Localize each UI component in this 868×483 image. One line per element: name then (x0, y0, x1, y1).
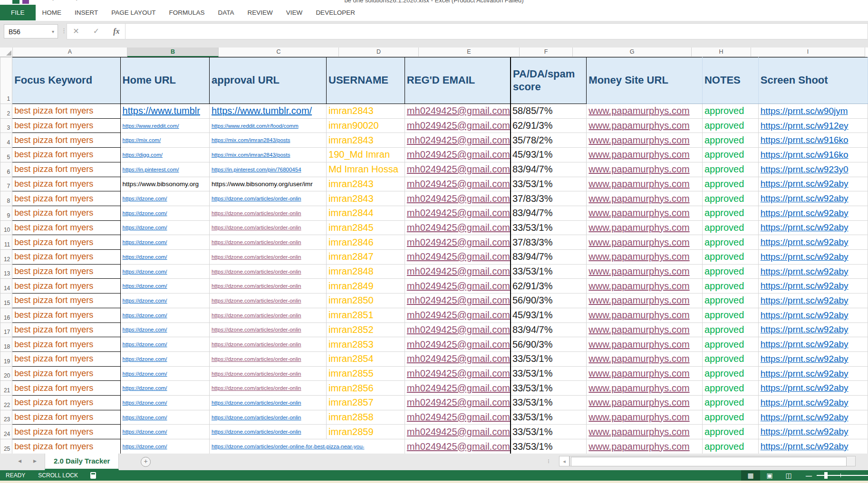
column-header-H[interactable]: H (692, 47, 751, 57)
money-site-link[interactable]: www.papamurphys.com (588, 179, 689, 189)
home-url-link[interactable]: https://dzone.com/ (123, 239, 167, 245)
cell-I9[interactable]: https://prnt.sc/w92aby (758, 206, 868, 220)
email-link[interactable]: mh0249425@gmail.com (407, 412, 510, 422)
home-url-link[interactable]: https://dzone.com/ (123, 341, 167, 347)
money-site-link[interactable]: www.papamurphys.com (588, 105, 689, 116)
email-link[interactable]: mh0249425@gmail.com (407, 441, 510, 452)
cell-H19[interactable]: approved (702, 351, 758, 366)
home-url-link[interactable]: https://www.bibsonomy.org (123, 180, 199, 188)
cell-A17[interactable]: best pizza fort myers (12, 322, 120, 337)
cell-A8[interactable]: best pizza fort myers (12, 191, 120, 206)
cell-D10[interactable]: imran2845 (327, 220, 405, 235)
money-site-link[interactable]: www.papamurphys.com (588, 120, 689, 131)
email-link[interactable]: mh0249425@gmail.com (407, 179, 510, 189)
money-site-link[interactable]: www.papamurphys.com (588, 441, 689, 452)
screenshot-link[interactable]: https://prnt.sc/w92aby (761, 426, 849, 436)
cell-E2[interactable]: mh0249425@gmail.com (405, 104, 511, 119)
header-reg-d-email[interactable]: REG'D EMAIL (405, 57, 511, 104)
screenshot-link[interactable]: https://prnt.sc/w92aby (761, 222, 849, 232)
cell-I20[interactable]: https://prnt.sc/w92aby (758, 366, 868, 381)
home-url-link[interactable]: https://dzone.com/ (123, 429, 167, 435)
money-site-link[interactable]: www.papamurphys.com (588, 237, 689, 247)
cell-F15[interactable]: 56/90/3% (511, 294, 587, 308)
cell-F10[interactable]: 33/53/1% (511, 220, 587, 235)
cell-H7[interactable]: approved (702, 177, 758, 191)
cell-D21[interactable]: imran2856 (327, 381, 405, 396)
money-site-link[interactable]: www.papamurphys.com (588, 412, 689, 422)
cell-I25[interactable]: https://prnt.sc/w92aby (758, 439, 868, 454)
home-url-link[interactable]: https://in.pinterest.com/ (123, 167, 179, 172)
cell-I13[interactable]: https://prnt.sc/w92aby (758, 264, 868, 279)
cell-A16[interactable]: best pizza fort myers (12, 308, 120, 322)
row-header-23[interactable]: 23 (0, 410, 12, 425)
screenshot-link[interactable]: https://prnt.sc/w92aby (761, 252, 849, 262)
screenshot-link[interactable]: https://prnt.sc/w923y0 (761, 164, 849, 174)
cell-H6[interactable]: approved (702, 162, 758, 177)
cell-H23[interactable]: approved (702, 410, 758, 425)
home-url-link[interactable]: https://dzone.com/ (123, 385, 167, 391)
insert-function-icon[interactable]: fx (107, 24, 125, 38)
cell-C2[interactable]: https://www.tumblr.com/ (209, 104, 326, 119)
money-site-link[interactable]: www.papamurphys.com (588, 397, 689, 407)
screenshot-link[interactable]: https://prnt.sc/w92aby (761, 281, 849, 291)
cell-I7[interactable]: https://prnt.sc/w92aby (758, 177, 868, 191)
money-site-link[interactable]: www.papamurphys.com (588, 149, 689, 160)
row-header-22[interactable]: 22 (0, 396, 12, 410)
approval-url-link[interactable]: https://dzone.com/articles/order-onlin (212, 429, 301, 435)
cell-G12[interactable]: www.papamurphys.com (587, 250, 703, 265)
money-site-link[interactable]: www.papamurphys.com (588, 426, 689, 437)
column-header-C[interactable]: C (219, 47, 339, 57)
approval-url-link[interactable]: https://www.bibsonomy.org/user/imr (212, 180, 313, 188)
home-url-link[interactable]: https://dzone.com/ (123, 415, 167, 420)
cell-D8[interactable]: imran2843 (327, 191, 405, 206)
cell-G10[interactable]: www.papamurphys.com (587, 220, 703, 235)
cell-C22[interactable]: https://dzone.com/articles/order-onlin (209, 396, 326, 410)
cell-I5[interactable]: https://prnt.sc/w916ko (758, 148, 868, 162)
money-site-link[interactable]: www.papamurphys.com (588, 353, 689, 364)
cell-E18[interactable]: mh0249425@gmail.com (405, 337, 511, 352)
cell-E24[interactable]: mh0249425@gmail.com (405, 425, 511, 439)
money-site-link[interactable]: www.papamurphys.com (588, 281, 689, 291)
cell-A7[interactable]: best pizza fort myers (12, 177, 120, 191)
money-site-link[interactable]: www.papamurphys.com (588, 222, 689, 233)
cell-G18[interactable]: www.papamurphys.com (587, 337, 703, 352)
money-site-link[interactable]: www.papamurphys.com (588, 339, 689, 350)
cell-A25[interactable]: best pizza fort myers (12, 439, 120, 454)
cell-A9[interactable]: best pizza fort myers (12, 206, 120, 220)
cell-C9[interactable]: https://dzone.com/articles/order-onlin (209, 206, 326, 220)
cell-B9[interactable]: https://dzone.com/ (120, 206, 209, 220)
money-site-link[interactable]: www.papamurphys.com (588, 135, 689, 145)
cell-E3[interactable]: mh0249425@gmail.com (405, 118, 511, 133)
screenshot-link[interactable]: https://prnt.sc/w912ey (761, 121, 849, 131)
approval-url-link[interactable]: https://dzone.com/articles/order-onlin (212, 400, 301, 406)
cell-B6[interactable]: https://in.pinterest.com/ (120, 162, 209, 177)
cell-A5[interactable]: best pizza fort myers (12, 148, 120, 162)
row-header-25[interactable]: 25 (0, 439, 12, 454)
cell-B5[interactable]: https://digg.com/ (120, 148, 209, 162)
approval-url-link[interactable]: https://dzone.com/articles/order-online-… (212, 444, 365, 449)
cell-A11[interactable]: best pizza fort myers (12, 235, 120, 250)
cell-G9[interactable]: www.papamurphys.com (587, 206, 703, 220)
cell-C23[interactable]: https://dzone.com/articles/order-onlin (209, 410, 326, 425)
cell-I22[interactable]: https://prnt.sc/w92aby (758, 396, 868, 410)
row-header-14[interactable]: 14 (0, 279, 12, 294)
cell-H11[interactable]: approved (702, 235, 758, 250)
zoom-slider-handle[interactable] (824, 472, 828, 479)
cell-G6[interactable]: www.papamurphys.com (587, 162, 703, 177)
cell-I2[interactable]: https://prnt.sc/w90jym (758, 104, 868, 119)
cell-A18[interactable]: best pizza fort myers (12, 337, 120, 352)
row-header-10[interactable]: 10 (0, 220, 12, 235)
cell-B19[interactable]: https://dzone.com/ (120, 351, 209, 366)
cell-C15[interactable]: https://dzone.com/articles/order-onlin (209, 294, 326, 308)
cell-F19[interactable]: 33/53/1% (511, 351, 587, 366)
cell-A23[interactable]: best pizza fort myers (12, 410, 120, 425)
cell-C18[interactable]: https://dzone.com/articles/order-onlin (209, 337, 326, 352)
cell-F7[interactable]: 33/53/1% (511, 177, 587, 191)
home-url-link[interactable]: https://dzone.com/ (123, 371, 167, 377)
cell-D11[interactable]: imran2846 (327, 235, 405, 250)
cell-B16[interactable]: https://dzone.com/ (120, 308, 209, 322)
email-link[interactable]: mh0249425@gmail.com (407, 339, 510, 350)
approval-url-link[interactable]: https://dzone.com/articles/order-onlin (212, 269, 301, 275)
cell-A22[interactable]: best pizza fort myers (12, 396, 120, 410)
cell-C7[interactable]: https://www.bibsonomy.org/user/imr (209, 177, 326, 191)
